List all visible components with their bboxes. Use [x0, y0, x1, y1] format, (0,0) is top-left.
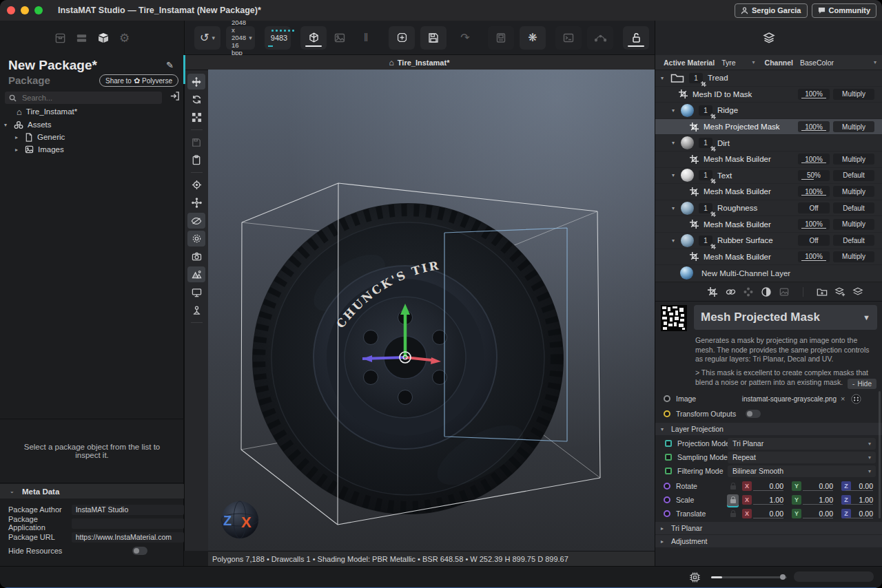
active-material-dropdown[interactable]: Tyre	[721, 59, 735, 67]
add-folder-button[interactable]	[813, 287, 831, 297]
layer-row-layer[interactable]: ▾ 1 Roughness Off Default	[655, 200, 882, 217]
layer-opacity-field[interactable]: 100%	[798, 89, 830, 100]
procedural-atlas-button[interactable]: ❋	[520, 26, 546, 50]
save-button[interactable]	[420, 26, 447, 50]
tree-item-package-root[interactable]: ⌂ Tire_Instamat*	[17, 105, 77, 118]
filtering-mode-dropdown[interactable]: Bilinear Smooth ▾	[728, 465, 876, 477]
tree-item-generic[interactable]: ▸ Generic	[15, 131, 65, 143]
layer-row-layer[interactable]: ▾ 1 Dirt	[655, 135, 882, 151]
focus-target-button[interactable]	[187, 177, 205, 193]
gpu-chip-icon[interactable]	[689, 571, 701, 583]
translate-x-field[interactable]: 0.00	[753, 510, 783, 518]
chevron-down-icon[interactable]: ▾	[672, 172, 677, 178]
chevron-down-icon[interactable]: ▾	[672, 107, 677, 114]
lock-toggle-button[interactable]	[623, 26, 649, 50]
layer-row-layer[interactable]: ▾ 1 Ridge	[655, 103, 882, 119]
rotate-y-field[interactable]: 0.00	[803, 482, 833, 491]
package-application-field[interactable]	[72, 518, 184, 529]
clipboard-button[interactable]	[187, 152, 205, 168]
package-archive-icon[interactable]	[54, 32, 66, 44]
layer-blend-dropdown[interactable]: Default	[833, 202, 874, 213]
layer-blend-dropdown[interactable]: Multiply	[833, 89, 874, 100]
bake-export-grid-button[interactable]	[187, 109, 205, 125]
rotate-lock-button[interactable]	[727, 481, 739, 492]
chevron-down-icon[interactable]: ▾	[661, 75, 666, 81]
sampling-mode-dropdown[interactable]: Repeat ▾	[728, 452, 876, 463]
layer-opacity-field[interactable]: 100%	[798, 219, 830, 230]
layer-opacity-field[interactable]: 100%	[798, 154, 830, 165]
tree-item-assets[interactable]: ▾ Assets	[4, 118, 52, 131]
display-screen-button[interactable]	[187, 284, 205, 300]
layer-blend-dropdown[interactable]: Multiply	[833, 251, 874, 262]
translate-lock-button[interactable]	[727, 508, 739, 520]
close-window-button[interactable]	[7, 6, 15, 14]
layer-blend-dropdown[interactable]: Multiply	[833, 186, 874, 197]
search-input[interactable]	[21, 93, 134, 103]
chevron-down-icon[interactable]: ▾	[672, 238, 677, 244]
transform-pivot-button[interactable]	[187, 195, 205, 211]
bake-button[interactable]	[488, 26, 514, 50]
undo-button[interactable]: ↺ ▾	[194, 26, 220, 50]
layer-row-mask[interactable]: Mesh Mask Builder 100% Multiply	[655, 184, 882, 200]
save-view-button[interactable]	[187, 134, 205, 150]
scale-y-field[interactable]: 1.00	[803, 496, 833, 505]
translate-y-field[interactable]: 0.00	[803, 510, 833, 518]
layer-opacity-field[interactable]: 100%	[798, 121, 830, 132]
layer-stack-button[interactable]	[849, 286, 867, 297]
render-settings-button[interactable]	[187, 231, 205, 246]
translate-z-field[interactable]: 0.00	[845, 510, 873, 518]
chevron-down-icon[interactable]: ▾	[672, 140, 677, 146]
user-account-button[interactable]: Sergio Garcia	[735, 3, 808, 18]
layer-row-mask[interactable]: Mesh Mask Builder 100% Multiply	[655, 151, 882, 168]
engine-stats-button[interactable]: 9483	[265, 26, 291, 50]
edit-pencil-icon[interactable]: ✎	[166, 61, 174, 70]
add-element-button[interactable]	[389, 26, 415, 50]
light-rig-button[interactable]	[187, 302, 205, 318]
transform-outputs-toggle[interactable]	[746, 410, 761, 418]
projection-mode-dropdown[interactable]: Tri Planar ▾	[728, 438, 876, 450]
move-gizmo-button[interactable]	[187, 74, 205, 90]
section-adjustment[interactable]: ▸ Adjustment	[655, 535, 882, 547]
scale-lock-button[interactable]	[727, 494, 739, 506]
tree-item-images[interactable]: ▸ Images	[15, 143, 64, 156]
split-view-button[interactable]: ‖	[353, 26, 379, 50]
layer-row-mask[interactable]: Mesh Mask Builder 100% Multiply	[655, 216, 882, 233]
node-title-header[interactable]: Mesh Projected Mask ▼	[694, 305, 877, 330]
graph-editor-button[interactable]	[587, 26, 613, 50]
chevron-right-icon[interactable]: ▸	[15, 147, 21, 153]
chevron-down-icon[interactable]: ▾	[752, 59, 755, 65]
layer-row-mask[interactable]: Mesh ID to Mask 100% Multiply	[655, 87, 882, 103]
layers-stack-icon[interactable]	[762, 31, 776, 45]
layer-row-layer[interactable]: ▾ 1 Rubber Surface Off Default	[655, 233, 882, 249]
chevron-down-icon[interactable]: ▾	[874, 59, 876, 65]
hide-description-button[interactable]: ‐ Hide	[848, 379, 876, 389]
community-button[interactable]: Community	[812, 3, 877, 18]
panel-scrollbar[interactable]	[879, 391, 881, 518]
list-view-icon[interactable]	[76, 32, 88, 44]
package-url-field[interactable]: https://www.InstaMaterial.com	[72, 532, 184, 543]
undo-history-caret-icon[interactable]: ▾	[212, 34, 215, 41]
contrast-adjust-button[interactable]	[757, 287, 775, 297]
search-field[interactable]	[5, 92, 162, 104]
maximize-window-button[interactable]	[34, 6, 43, 14]
viewport-3d-canvas[interactable]: CHUNCK'S TIR	[208, 70, 655, 551]
chevron-down-icon[interactable]: ▾	[4, 122, 10, 128]
add-mask-button[interactable]	[704, 287, 721, 297]
layer-opacity-field[interactable]: Off	[798, 235, 830, 246]
layer-row-layer[interactable]: ▾ 1 Text 50% Default	[655, 168, 882, 185]
camera-button[interactable]	[187, 249, 205, 264]
layer-blend-dropdown[interactable]: Default	[833, 170, 874, 181]
node-thumbnail[interactable]	[661, 305, 687, 331]
console-button[interactable]	[555, 26, 582, 50]
layer-opacity-field[interactable]: 50%	[798, 170, 830, 181]
orientation-x-axis-label[interactable]: X	[241, 514, 252, 531]
environment-button[interactable]	[187, 266, 205, 282]
layer-row-group[interactable]: ▾ 1 Tread	[655, 70, 882, 87]
layer-row-mask[interactable]: Mesh Mask Builder 100% Multiply	[655, 249, 882, 266]
resolution-dropdown[interactable]: 2048 x 2048 16 bpp ▾	[226, 26, 255, 50]
share-to-polyverse-button[interactable]: Share to ✿ Polyverse	[99, 74, 178, 87]
rotate-x-field[interactable]: 0.00	[753, 482, 783, 491]
layer-row-new-layer[interactable]: New Multi-Channel Layer	[655, 265, 882, 282]
scale-x-field[interactable]: 1.00	[753, 496, 783, 505]
meta-data-header[interactable]: ⌄ Meta Data	[0, 484, 184, 498]
